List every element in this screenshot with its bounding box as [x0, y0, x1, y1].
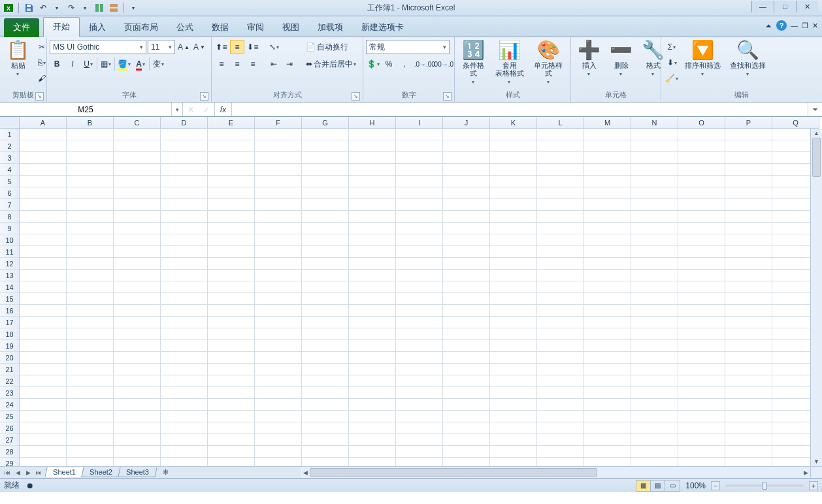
cell[interactable]	[678, 164, 725, 176]
cell[interactable]	[208, 129, 255, 140]
cell[interactable]	[20, 375, 67, 387]
cell[interactable]	[349, 387, 396, 399]
cell[interactable]	[678, 446, 725, 458]
cell[interactable]	[537, 411, 584, 422]
sheet-nav-next[interactable]: ▶	[24, 469, 33, 476]
cell[interactable]	[302, 258, 349, 270]
cell[interactable]	[67, 364, 114, 375]
delete-cells-button[interactable]: ➖删除▾	[606, 40, 636, 88]
cell[interactable]	[490, 258, 537, 270]
cell[interactable]	[584, 293, 631, 305]
cell[interactable]	[349, 328, 396, 340]
cell[interactable]	[631, 211, 678, 223]
sort-filter-button[interactable]: 🔽排序和筛选▾	[681, 40, 725, 88]
cell[interactable]	[161, 375, 208, 387]
cell[interactable]	[67, 411, 114, 422]
cell[interactable]	[255, 223, 302, 234]
cell[interactable]	[584, 399, 631, 411]
cell[interactable]	[443, 352, 490, 364]
cell[interactable]	[114, 164, 161, 176]
expand-formula-bar[interactable]: ⏷	[808, 102, 822, 116]
cell[interactable]	[114, 293, 161, 305]
excel-icon[interactable]: X	[3, 2, 14, 14]
cell[interactable]	[537, 387, 584, 399]
cell[interactable]	[20, 223, 67, 234]
cell[interactable]	[208, 187, 255, 199]
scroll-right-icon[interactable]: ▶	[801, 467, 810, 478]
cell[interactable]	[114, 246, 161, 258]
row-header[interactable]: 13	[0, 270, 20, 281]
orientation-icon[interactable]: ⤡▾	[267, 40, 281, 54]
cell[interactable]	[631, 140, 678, 152]
cell[interactable]	[631, 422, 678, 434]
column-header[interactable]: L	[537, 117, 584, 129]
cell[interactable]	[490, 176, 537, 187]
cell[interactable]	[20, 399, 67, 411]
column-header[interactable]: O	[678, 117, 725, 129]
cell[interactable]	[161, 199, 208, 211]
cell[interactable]	[725, 270, 772, 281]
cell[interactable]	[302, 411, 349, 422]
cell[interactable]	[349, 234, 396, 246]
cell[interactable]	[20, 152, 67, 164]
cell[interactable]	[302, 187, 349, 199]
cell[interactable]	[490, 375, 537, 387]
cell[interactable]	[537, 176, 584, 187]
cell[interactable]	[443, 223, 490, 234]
cell[interactable]	[396, 387, 443, 399]
cell[interactable]	[678, 129, 725, 140]
cell[interactable]	[631, 411, 678, 422]
cell[interactable]	[114, 411, 161, 422]
cell[interactable]	[255, 211, 302, 223]
cell[interactable]	[725, 340, 772, 352]
cell[interactable]	[161, 187, 208, 199]
vertical-scrollbar[interactable]: ▲ ▼	[810, 129, 822, 466]
cell[interactable]	[255, 270, 302, 281]
cell[interactable]	[396, 328, 443, 340]
cell[interactable]	[443, 317, 490, 328]
cell[interactable]	[678, 223, 725, 234]
cell[interactable]	[20, 352, 67, 364]
cell[interactable]	[490, 399, 537, 411]
row-header[interactable]: 8	[0, 211, 20, 223]
cell[interactable]	[725, 223, 772, 234]
cell[interactable]	[725, 352, 772, 364]
cell[interactable]	[396, 187, 443, 199]
cell[interactable]	[67, 129, 114, 140]
cell[interactable]	[255, 293, 302, 305]
decrease-decimal-icon[interactable]: .00→.0	[435, 57, 452, 71]
cell[interactable]	[396, 317, 443, 328]
cell[interactable]	[302, 246, 349, 258]
cell[interactable]	[302, 375, 349, 387]
column-header[interactable]: H	[349, 117, 396, 129]
scroll-down-icon[interactable]: ▼	[811, 457, 822, 466]
undo-icon[interactable]: ↶	[37, 2, 49, 14]
name-box-dropdown[interactable]: ▾	[171, 102, 182, 116]
cell[interactable]	[20, 422, 67, 434]
cell[interactable]	[255, 328, 302, 340]
cell[interactable]	[208, 411, 255, 422]
cell[interactable]	[67, 446, 114, 458]
cell[interactable]	[490, 187, 537, 199]
cell[interactable]	[490, 129, 537, 140]
row-header[interactable]: 16	[0, 305, 20, 317]
cell[interactable]	[114, 152, 161, 164]
zoom-level[interactable]: 100%	[685, 481, 706, 490]
cell[interactable]	[584, 270, 631, 281]
cell[interactable]	[396, 375, 443, 387]
cell[interactable]	[349, 399, 396, 411]
row-header[interactable]: 7	[0, 199, 20, 211]
sheet-nav-prev[interactable]: ◀	[13, 469, 22, 476]
cell[interactable]	[208, 140, 255, 152]
cell[interactable]	[161, 422, 208, 434]
cell[interactable]	[67, 187, 114, 199]
scroll-up-icon[interactable]: ▲	[811, 129, 822, 138]
row-header[interactable]: 20	[0, 352, 20, 364]
save-icon[interactable]	[23, 2, 35, 14]
cell[interactable]	[208, 223, 255, 234]
cell[interactable]	[255, 246, 302, 258]
percent-icon[interactable]: %	[382, 57, 396, 71]
cell[interactable]	[631, 152, 678, 164]
cell[interactable]	[537, 317, 584, 328]
cell[interactable]	[537, 446, 584, 458]
